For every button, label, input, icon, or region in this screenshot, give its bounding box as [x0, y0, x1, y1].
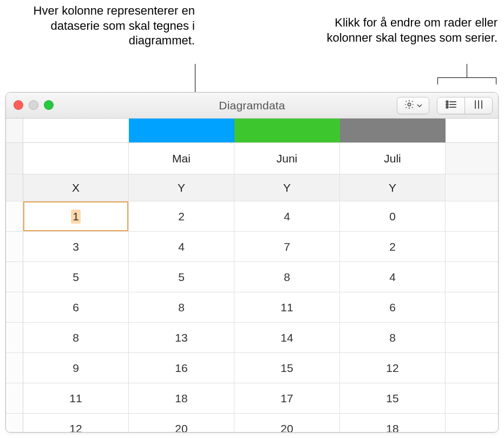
plot-orientation-toggle[interactable]: [437, 97, 493, 114]
minimize-button[interactable]: [29, 100, 38, 110]
extra-column-gutter: [446, 174, 499, 201]
zoom-button[interactable]: [44, 100, 54, 110]
row-header-gutter: [6, 174, 23, 201]
series-name-cell[interactable]: Juli: [340, 143, 446, 174]
extra-column-gutter: [446, 414, 499, 433]
row-header-gutter[interactable]: [6, 201, 23, 232]
table-row: 6 8 11 6: [6, 292, 498, 323]
data-cell[interactable]: 2: [340, 232, 446, 262]
extra-column-gutter: [446, 201, 499, 232]
extra-column-gutter: [446, 323, 499, 353]
extra-column-gutter: [446, 143, 499, 174]
chart-data-window: Diagramdata: [5, 92, 499, 433]
data-cell[interactable]: 12: [340, 353, 446, 383]
svg-point-0: [408, 103, 410, 106]
data-cell[interactable]: 7: [234, 232, 340, 262]
axis-x-label[interactable]: X: [23, 174, 129, 201]
callout-leader-line: [496, 77, 496, 84]
data-cell[interactable]: 12: [23, 414, 129, 433]
data-cell[interactable]: 5: [23, 262, 129, 292]
data-cell[interactable]: 8: [340, 323, 446, 353]
data-cell[interactable]: 15: [234, 353, 340, 383]
series-name-row: Mai Juni Juli: [6, 143, 498, 174]
series-color-swatch[interactable]: [129, 119, 234, 143]
callout-leader-line: [437, 77, 496, 78]
series-color-row: [6, 119, 498, 143]
plot-rows-as-series-button[interactable]: [437, 97, 464, 114]
x-column-color: [23, 119, 129, 143]
svg-point-3: [446, 103, 448, 106]
data-cell[interactable]: 20: [234, 414, 340, 433]
data-cell[interactable]: 4: [234, 201, 340, 232]
extra-column-gutter: [446, 353, 499, 383]
data-cell[interactable]: 2: [129, 201, 234, 232]
extra-column-gutter: [446, 383, 499, 414]
data-cell[interactable]: 6: [340, 292, 446, 323]
svg-point-1: [446, 101, 448, 103]
table-row: 5 5 8 4: [6, 262, 498, 292]
data-cell[interactable]: 1: [23, 201, 129, 232]
row-header-gutter[interactable]: [6, 292, 23, 323]
data-cell[interactable]: 8: [23, 323, 129, 353]
series-name-cell[interactable]: Juni: [234, 143, 340, 174]
columns-icon: [473, 99, 484, 112]
plot-columns-as-series-button[interactable]: [465, 97, 492, 114]
data-cell[interactable]: 5: [129, 262, 234, 292]
data-cell[interactable]: 17: [234, 383, 340, 414]
table-row: 1 2 4 0: [6, 201, 498, 232]
settings-popup-button[interactable]: [397, 97, 429, 114]
data-cell[interactable]: 11: [23, 383, 129, 414]
x-column-header[interactable]: [23, 143, 129, 174]
data-cell[interactable]: 14: [234, 323, 340, 353]
data-cell[interactable]: 0: [340, 201, 446, 232]
row-header-gutter[interactable]: [6, 262, 23, 292]
row-header-gutter[interactable]: [6, 383, 23, 414]
table-row: 8 13 14 8: [6, 323, 498, 353]
data-cell[interactable]: 16: [129, 353, 234, 383]
callout-leader-line: [437, 77, 438, 84]
data-cell[interactable]: 18: [340, 414, 446, 433]
data-cell[interactable]: 6: [23, 292, 129, 323]
row-header-gutter[interactable]: [6, 353, 23, 383]
data-cell[interactable]: 8: [129, 292, 234, 323]
data-cell[interactable]: 18: [129, 383, 234, 414]
table-row: 12 20 20 18: [6, 414, 498, 433]
table-row: 3 4 7 2: [6, 232, 498, 262]
gear-icon: [404, 99, 415, 112]
close-button[interactable]: [14, 100, 23, 110]
callout-toggle-series: Klikk for å endre om rader eller kolonne…: [313, 15, 498, 45]
data-cell[interactable]: 9: [23, 353, 129, 383]
series-color-swatch[interactable]: [234, 119, 340, 143]
extra-column-gutter: [446, 262, 499, 292]
axis-label-row: X Y Y Y: [6, 174, 498, 201]
rows-icon: [445, 100, 457, 112]
series-color-swatch[interactable]: [340, 119, 446, 143]
svg-point-5: [446, 106, 448, 108]
table-row: 9 16 15 12: [6, 353, 498, 383]
data-cell[interactable]: 8: [234, 262, 340, 292]
data-cell[interactable]: 4: [340, 262, 446, 292]
table-row: 11 18 17 15: [6, 383, 498, 414]
data-cell[interactable]: 11: [234, 292, 340, 323]
row-header-gutter[interactable]: [6, 232, 23, 262]
callout-leader-line: [467, 64, 467, 77]
callout-column-series: Hver kolonne representerer en dataserie …: [0, 3, 195, 48]
row-header-gutter[interactable]: [6, 414, 23, 433]
data-cell[interactable]: 4: [129, 232, 234, 262]
axis-y-label[interactable]: Y: [129, 174, 234, 201]
axis-y-label[interactable]: Y: [340, 174, 446, 201]
extra-column-gutter: [446, 232, 499, 262]
data-cell[interactable]: 13: [129, 323, 234, 353]
data-cell[interactable]: 20: [129, 414, 234, 433]
chevron-down-icon: [417, 101, 422, 110]
data-cell[interactable]: 3: [23, 232, 129, 262]
series-name-cell[interactable]: Mai: [129, 143, 234, 174]
extra-column-gutter: [446, 119, 499, 143]
axis-y-label[interactable]: Y: [234, 174, 340, 201]
window-titlebar[interactable]: Diagramdata: [6, 93, 498, 119]
row-header-gutter[interactable]: [6, 323, 23, 353]
data-grid[interactable]: Mai Juni Juli X Y Y Y 1 2 4 0 3 4 7: [6, 119, 498, 433]
data-cell[interactable]: 15: [340, 383, 446, 414]
extra-column-gutter: [446, 292, 499, 323]
row-header-gutter: [6, 119, 23, 143]
